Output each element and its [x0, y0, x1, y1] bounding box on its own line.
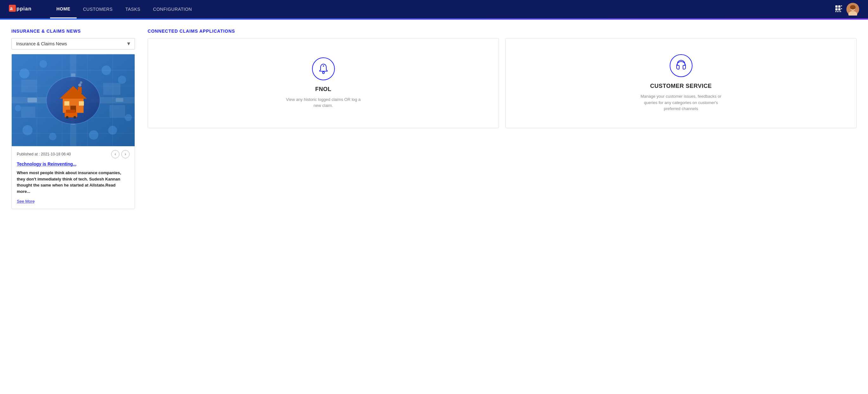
appian-logo-text: a ppian: [9, 3, 37, 15]
svg-rect-11: [839, 11, 839, 12]
svg-rect-44: [103, 83, 121, 95]
svg-rect-8: [841, 8, 842, 9]
bell-icon: [318, 63, 329, 75]
svg-point-16: [850, 5, 856, 9]
nav-link-home[interactable]: HOME: [50, 0, 77, 19]
svg-rect-9: [835, 11, 836, 12]
svg-point-33: [108, 126, 117, 135]
apps-section: CONNECTED CLAIMS APPLICATIONS FNOL View …: [148, 29, 857, 209]
customer-service-icon-circle: [670, 54, 692, 77]
news-section-title: INSURANCE & CLAIMS NEWS: [11, 29, 135, 34]
svg-rect-5: [841, 5, 842, 6]
svg-rect-45: [21, 107, 35, 118]
svg-rect-52: [64, 101, 69, 106]
svg-point-59: [66, 116, 68, 119]
svg-point-37: [15, 105, 21, 111]
svg-rect-46: [109, 105, 125, 118]
nav-links: HOME CUSTOMERS TASKS CONFIGURATION: [50, 0, 835, 19]
news-card: Published at : 2021-10-18 06:40 ‹ › Tech…: [11, 54, 135, 209]
customer-service-app-desc: Manage your customer issues, feedbacks o…: [640, 93, 722, 112]
svg-rect-53: [79, 101, 84, 106]
news-dropdown-wrapper: Insurance & Claims News General News Ind…: [11, 38, 135, 50]
svg-point-62: [323, 65, 324, 66]
news-meta: Published at : 2021-10-18 06:40 ‹ ›: [12, 146, 135, 160]
news-title-link[interactable]: Technology is Reinventing...: [12, 160, 135, 168]
nav-link-customers[interactable]: CUSTOMERS: [77, 0, 119, 19]
customer-service-app-name: CUSTOMER SERVICE: [650, 83, 712, 89]
apps-section-title: CONNECTED CLAIMS APPLICATIONS: [148, 29, 857, 34]
svg-point-61: [322, 72, 324, 74]
svg-point-32: [23, 125, 33, 136]
app-card-customer-service[interactable]: CUSTOMER SERVICE Manage your customer is…: [505, 38, 857, 128]
svg-text:ppian: ppian: [17, 6, 32, 11]
nav-link-configuration[interactable]: CONFIGURATION: [147, 0, 198, 19]
news-published-date: Published at : 2021-10-18 06:40: [17, 152, 71, 157]
svg-rect-12: [840, 11, 841, 12]
apps-grid: FNOL View any historic logged claims OR …: [148, 38, 857, 128]
fnol-app-name: FNOL: [315, 86, 331, 93]
news-section: INSURANCE & CLAIMS NEWS Insurance & Clai…: [11, 29, 135, 209]
news-prev-button[interactable]: ‹: [111, 150, 119, 158]
svg-rect-7: [838, 8, 840, 10]
svg-text:a: a: [10, 6, 13, 11]
svg-rect-58: [66, 110, 75, 113]
svg-rect-6: [835, 8, 838, 10]
news-body-text: When most people think about insurance c…: [12, 168, 135, 198]
svg-point-30: [102, 66, 111, 75]
fnol-app-desc: View any historic logged claims OR log a…: [282, 96, 365, 109]
app-card-fnol[interactable]: FNOL View any historic logged claims OR …: [148, 38, 499, 128]
see-more-link[interactable]: See More: [12, 198, 135, 209]
logo: a ppian: [9, 3, 37, 15]
svg-point-36: [125, 114, 132, 121]
svg-rect-3: [835, 5, 838, 8]
svg-point-56: [80, 81, 82, 84]
svg-point-29: [40, 60, 47, 68]
apps-grid-icon[interactable]: [835, 5, 842, 13]
svg-point-35: [89, 131, 98, 140]
news-next-button[interactable]: ›: [121, 150, 130, 158]
svg-rect-43: [21, 80, 37, 92]
svg-rect-42: [116, 98, 123, 102]
svg-point-34: [49, 133, 56, 140]
nav-right: [835, 3, 859, 16]
svg-rect-38: [28, 98, 37, 103]
headphones-icon: [675, 60, 687, 72]
news-image: [12, 54, 135, 146]
user-avatar[interactable]: [846, 3, 859, 16]
svg-point-55: [78, 83, 82, 87]
main-content: INSURANCE & CLAIMS NEWS Insurance & Clai…: [0, 20, 868, 394]
svg-rect-10: [837, 11, 838, 12]
nav-link-tasks[interactable]: TASKS: [119, 0, 147, 19]
news-category-dropdown[interactable]: Insurance & Claims News General News Ind…: [11, 38, 135, 50]
svg-rect-54: [78, 87, 82, 93]
fnol-icon-circle: [312, 57, 335, 80]
news-nav-arrows: ‹ ›: [111, 150, 130, 158]
navbar: a ppian HOME CUSTOMERS TASKS CONFIGURATI…: [0, 0, 868, 19]
content-grid: INSURANCE & CLAIMS NEWS Insurance & Clai…: [11, 29, 857, 209]
svg-point-28: [19, 68, 29, 79]
svg-rect-4: [838, 5, 840, 8]
svg-point-60: [73, 116, 76, 119]
svg-point-31: [118, 76, 126, 84]
